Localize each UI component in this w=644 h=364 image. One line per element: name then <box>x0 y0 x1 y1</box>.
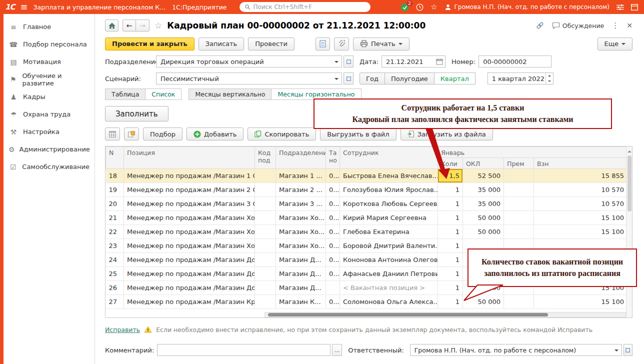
forward-button[interactable]: → <box>136 20 150 32</box>
view-toggle-button[interactable]: Таблица <box>105 88 146 100</box>
cell-employee: Глебова Екатерина <box>340 225 438 239</box>
view-mode-switch: Таблица Список <box>105 88 182 100</box>
print-button[interactable]: Печать <box>353 38 410 50</box>
table-row[interactable]: 18 Менеджер по продажам /Магазин 1 СЗ/ М… <box>106 169 628 183</box>
col-header-department[interactable]: Подразделение <box>276 147 326 169</box>
paperclip-icon <box>338 40 345 48</box>
table-row[interactable]: 21 Менеджер по продажам /Магазин Ходы...… <box>106 211 628 225</box>
favorites-icon[interactable]: ☆ <box>430 2 437 12</box>
add-button[interactable]: Добавить <box>186 128 244 140</box>
back-button[interactable]: ← <box>122 20 136 32</box>
sidebar-item-label: Кадры <box>23 93 46 100</box>
col-header-n[interactable]: N <box>106 147 124 169</box>
close-icon[interactable]: ✕ <box>626 22 632 30</box>
sidebar-item-icon: ⚒ <box>8 128 18 136</box>
comment-input[interactable] <box>157 344 330 356</box>
top-bar-icons: 2 ☆ Громова Н.П. (Нач. отд. по работе с … <box>400 2 638 12</box>
cell-n: 19 <box>106 183 124 197</box>
fix-link[interactable]: Исправить <box>105 326 140 334</box>
period-kind-switch: Год Полугодие Квартал <box>360 72 476 84</box>
sidebar-item[interactable]: ♟ Кадры <box>4 88 94 106</box>
spinner-up-icon[interactable] <box>546 73 553 78</box>
col-header-tab[interactable]: Та но <box>326 147 340 169</box>
cell-position: Менеджер по продажам /Магазин 2 СЗ/ <box>124 183 255 197</box>
sidebar-item-label: Подбор персонала <box>23 40 87 48</box>
copy-button[interactable]: Скопировать <box>248 128 316 140</box>
notifications-icon[interactable]: 2 <box>400 3 409 12</box>
period-segment-button[interactable]: Год <box>360 72 385 84</box>
post-button[interactable]: Провести <box>248 38 294 50</box>
favorite-star-icon[interactable]: ☆ <box>154 20 162 30</box>
import-from-file-button[interactable]: Загрузить из файла <box>400 128 493 140</box>
calendar-icon[interactable] <box>436 58 443 65</box>
history-icon[interactable] <box>416 4 424 11</box>
date-input[interactable]: 21.12.2021 <box>382 56 446 68</box>
table-row[interactable]: 27 Менеджер по продажам /Магазин Крыл...… <box>106 295 628 309</box>
period-segment-button[interactable]: Полугодие <box>385 72 434 84</box>
vertical-scrollbar[interactable] <box>626 146 632 318</box>
vertical-scroll-thumb[interactable] <box>628 156 632 212</box>
top-bar: 1С ≡ Зарплата и управление персоналом К.… <box>0 0 644 14</box>
department-open-button[interactable] <box>344 56 354 68</box>
more-button[interactable]: Еще <box>598 38 632 50</box>
responsible-open-button[interactable] <box>624 344 632 356</box>
more-menu-icon[interactable]: ⋮ <box>612 21 619 30</box>
user-menu[interactable]: Громова Н.П. (Нач. отд. по работе с перс… <box>444 4 610 10</box>
sidebar-item[interactable]: ≡ Главное <box>4 18 94 36</box>
register-records-button[interactable] <box>316 38 330 50</box>
attachments-button[interactable] <box>334 38 349 50</box>
horizontal-scroll-thumb[interactable] <box>268 313 548 316</box>
staffing-plan-table[interactable]: N Позиция Код под Подразделение Та но Со… <box>105 146 632 318</box>
scenario-open-button[interactable] <box>344 72 354 84</box>
global-search-input[interactable]: Поиск Ctrl+Shift+F <box>240 2 370 12</box>
sidebar-item[interactable]: ☑ Самообслуживание <box>4 158 94 176</box>
table-row[interactable]: 22 Менеджер по продажам /Магазин Ходы...… <box>106 225 628 239</box>
col-header-vzn[interactable]: Взн <box>534 158 628 169</box>
department-combobox[interactable]: Дирекция торговых операций <box>156 56 342 68</box>
period-input[interactable]: 1 квартал 2022 <box>488 72 554 84</box>
sidebar-item[interactable]: ⚙ Администрирование <box>4 140 94 158</box>
period-segment-button[interactable]: Квартал <box>434 72 476 84</box>
col-header-qty[interactable]: Коли <box>438 158 463 169</box>
sidebar-item[interactable]: ☎ Подбор персонала <box>4 36 94 53</box>
main-menu-icon[interactable]: ≡ <box>20 2 28 12</box>
col-header-employee[interactable]: Сотрудник <box>340 147 438 169</box>
number-input[interactable]: 00-00000002 <box>478 56 552 68</box>
link-icon[interactable] <box>536 21 544 30</box>
export-to-file-button[interactable]: Выгрузить в файл <box>320 128 396 140</box>
responsible-combobox[interactable]: Громова Н.П. (Нач. отд. по работе с перс… <box>410 344 622 356</box>
home-button[interactable] <box>105 20 118 32</box>
report-structure-button[interactable] <box>124 128 139 140</box>
save-button[interactable]: Записать <box>198 38 244 50</box>
scroll-up-icon[interactable] <box>628 148 632 152</box>
col-header-position[interactable]: Позиция <box>124 147 255 169</box>
sidebar-item[interactable]: ⚒ Настройка <box>4 123 94 140</box>
table-row[interactable]: 20 Менеджер по продажам /Магазин 3 СЗ/ М… <box>106 197 628 211</box>
cell-qty: 1 <box>438 211 463 225</box>
pick-button[interactable]: Подбор <box>143 128 182 140</box>
post-and-close-button[interactable]: Провести и закрыть <box>105 38 194 50</box>
col-header-prem[interactable]: Прем <box>504 158 534 169</box>
sidebar-item[interactable]: ⚑ Обучение и развитие <box>4 70 94 88</box>
table-settings-button[interactable] <box>105 128 120 140</box>
sidebar-item[interactable]: ☂ Охрана труда <box>4 106 94 123</box>
windows-icon[interactable] <box>631 4 638 10</box>
view-toggle-button[interactable]: Список <box>146 88 182 100</box>
spinner-down-icon[interactable] <box>546 78 553 84</box>
horizontal-scrollbar[interactable] <box>264 312 626 318</box>
cell-salary: 35 000 <box>463 197 504 211</box>
col-header-okl[interactable]: ОКЛ <box>463 158 504 169</box>
months-toggle-button[interactable]: Месяцы вертикально <box>188 88 272 100</box>
col-header-code[interactable]: Код под <box>255 147 276 169</box>
discussion-button[interactable]: Обсуждение <box>552 22 604 30</box>
scenario-combobox[interactable]: Пессимистичный <box>156 72 342 84</box>
service-menu-icon[interactable] <box>616 4 624 10</box>
sidebar-item[interactable]: ▤ Мотивация <box>4 53 94 70</box>
table-row[interactable]: 19 Менеджер по продажам /Магазин 2 СЗ/ М… <box>106 183 628 197</box>
cell-employee: < Вакантная позиция > <box>340 281 438 295</box>
cell-position: Менеджер по продажам /Магазин Ходы... <box>124 225 255 239</box>
fill-button[interactable]: Заполнить <box>105 106 168 122</box>
col-header-month[interactable]: Январь <box>438 147 628 158</box>
comment-more-button[interactable]: ... <box>332 344 342 356</box>
sidebar-item-label: Обучение и развитие <box>22 72 90 87</box>
